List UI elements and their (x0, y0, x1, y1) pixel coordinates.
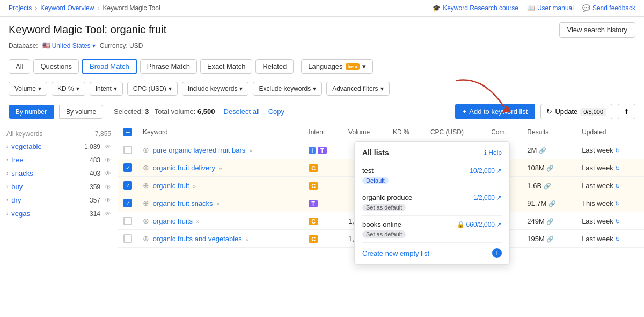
set-default-tag[interactable]: Set as default (362, 204, 406, 211)
sidebar-item-buy[interactable]: › buy 359 👁 (0, 180, 118, 193)
updated-cell: Last week ↻ (576, 212, 644, 230)
copy-link[interactable]: Copy (268, 107, 284, 116)
select-all-header[interactable]: − (118, 124, 137, 141)
row-checkbox[interactable]: ✓ (123, 199, 132, 207)
expand-arrows[interactable]: » (245, 236, 248, 242)
sidebar-item-dry[interactable]: › dry 357 👁 (0, 193, 118, 207)
add-to-keyword-list-button[interactable]: + Add to keyword list (455, 104, 536, 119)
deselect-all-link[interactable]: Deselect all (224, 107, 260, 116)
add-keyword-icon[interactable]: ⊕ (143, 163, 149, 172)
add-keyword-icon[interactable]: ⊕ (143, 146, 149, 154)
chevron-down-icon: ▾ (76, 85, 79, 92)
list-item-organic-produce[interactable]: organic produce 1/2,000 ↗ Set as default (362, 189, 502, 216)
languages-button[interactable]: Languages beta ▾ (301, 59, 373, 74)
plus-icon: + (492, 248, 502, 258)
view-history-button[interactable]: View search history (559, 22, 635, 38)
chevron-right-icon: › (6, 184, 8, 190)
create-new-list-row[interactable]: Create new empty list + (362, 243, 502, 258)
add-keyword-icon[interactable]: ⊕ (143, 234, 149, 243)
by-number-button[interactable]: By number (9, 105, 54, 119)
chevron-down-icon: ▾ (92, 42, 96, 49)
row-checkbox[interactable] (123, 146, 132, 154)
intent-badge-i: I (309, 147, 316, 154)
keyword-link[interactable]: organic fruits and vegetables (153, 235, 242, 243)
row-checkbox[interactable]: ✓ (123, 181, 132, 190)
expand-arrows[interactable]: » (219, 165, 222, 171)
tab-related[interactable]: Related (255, 59, 294, 74)
updated-column-header: Updated (576, 124, 644, 141)
volume-filter[interactable]: Volume ▾ (9, 82, 47, 96)
breadcrumb-keyword-overview[interactable]: Keyword Overview (40, 4, 94, 12)
list-item-books-online[interactable]: books online 🔒 660/2,000 ↗ Set as defaul… (362, 216, 502, 243)
send-feedback-link[interactable]: 💬 Send feedback (582, 4, 635, 12)
chevron-right-icon: › (6, 197, 8, 203)
update-button[interactable]: ↻ Update 0/5,000 (540, 104, 612, 119)
results-cell: 249M 🔗 (522, 212, 576, 230)
intent-badge-t: T (318, 147, 327, 154)
tab-phrase-match[interactable]: Phrase Match (140, 59, 197, 74)
popup-help-link[interactable]: ℹ Help (484, 149, 502, 156)
sidebar-item-tree[interactable]: › tree 483 👁 (0, 153, 118, 167)
user-manual-link[interactable]: 📖 User manual (527, 4, 574, 12)
results-cell: 91.7M 🔗 (522, 194, 576, 212)
expand-arrows[interactable]: » (196, 218, 200, 225)
exclude-keywords-filter[interactable]: Exclude keywords ▾ (253, 82, 322, 96)
list-item-test[interactable]: test 10/2,000 ↗ Default (362, 162, 502, 189)
kd-filter[interactable]: KD % ▾ (52, 82, 85, 96)
volume-column-header: Volume (343, 124, 387, 141)
expand-arrows[interactable]: » (249, 147, 252, 154)
keyword-link[interactable]: organic fruits (153, 217, 193, 225)
export-icon: ⬆ (624, 107, 630, 116)
intent-filter[interactable]: Intent ▾ (90, 82, 123, 96)
intent-column-header: Intent (303, 124, 343, 141)
book-icon: 📖 (527, 4, 535, 12)
keyword-link[interactable]: organic fruit snacks (153, 199, 213, 207)
intent-badge-c: C (309, 218, 318, 225)
keyword-link[interactable]: organic fruit (153, 182, 189, 190)
eye-icon: 👁 (105, 210, 111, 218)
sidebar-item-vegas[interactable]: › vegas 314 👁 (0, 207, 118, 220)
sidebar-item-vegetable[interactable]: › vegetable 1,039 👁 (0, 140, 118, 153)
expand-arrows[interactable]: » (193, 183, 196, 189)
research-course-link[interactable]: 🎓 Keyword Research course (433, 4, 518, 12)
advanced-filters-button[interactable]: Advanced filters ▾ (326, 82, 389, 96)
add-keyword-icon[interactable]: ⊕ (143, 181, 149, 190)
list-name: test (362, 167, 374, 175)
chevron-down-icon: ▾ (239, 85, 243, 92)
keyword-list-dropdown: All lists ℹ Help test 10/2,000 ↗ Default… (354, 141, 510, 265)
by-volume-button[interactable]: By volume (59, 105, 103, 119)
database-country-link[interactable]: 🇺🇸 United States ▾ (42, 42, 96, 49)
list-name: books online (362, 220, 401, 228)
chevron-down-icon: ▾ (169, 85, 172, 92)
export-button[interactable]: ⬆ (618, 104, 635, 119)
updated-cell: This week ↻ (576, 194, 644, 212)
sidebar-item-snacks[interactable]: › snacks 403 👁 (0, 167, 118, 180)
sidebar-header-label: All keywords (6, 130, 42, 138)
breadcrumb-projects[interactable]: Projects (9, 4, 32, 12)
cpc-filter[interactable]: CPC (USD) ▾ (127, 82, 178, 96)
updated-cell: Last week ↻ (576, 230, 644, 248)
add-keyword-icon[interactable]: ⊕ (143, 217, 149, 225)
row-checkbox[interactable]: ✓ (123, 163, 132, 172)
comment-icon: 💬 (582, 4, 590, 12)
kd-column-header: KD % (387, 124, 425, 141)
eye-icon: 👁 (105, 183, 111, 191)
row-checkbox[interactable] (123, 217, 132, 225)
keyword-link[interactable]: pure organic layered fruit bars (153, 146, 246, 154)
row-checkbox[interactable] (123, 234, 132, 243)
minus-checkbox[interactable]: − (123, 128, 132, 136)
tab-broad-match[interactable]: Broad Match (82, 59, 137, 74)
tab-questions[interactable]: Questions (33, 59, 79, 74)
page-title: Keyword Magic Tool: organic fruit (9, 24, 166, 36)
set-default-tag[interactable]: Set as default (362, 230, 406, 238)
add-keyword-icon[interactable]: ⊕ (143, 199, 149, 207)
breadcrumb-current: Keyword Magic Tool (103, 4, 160, 12)
include-keywords-filter[interactable]: Include keywords ▾ (182, 82, 249, 96)
external-link-icon: ↗ (496, 221, 502, 228)
intent-badge-c: C (309, 235, 318, 243)
expand-arrows[interactable]: » (216, 200, 219, 207)
keyword-link[interactable]: organic fruit delivery (153, 164, 215, 172)
tab-all[interactable]: All (9, 59, 30, 74)
tab-exact-match[interactable]: Exact Match (200, 59, 253, 74)
com-column-header: Com. (486, 124, 522, 141)
